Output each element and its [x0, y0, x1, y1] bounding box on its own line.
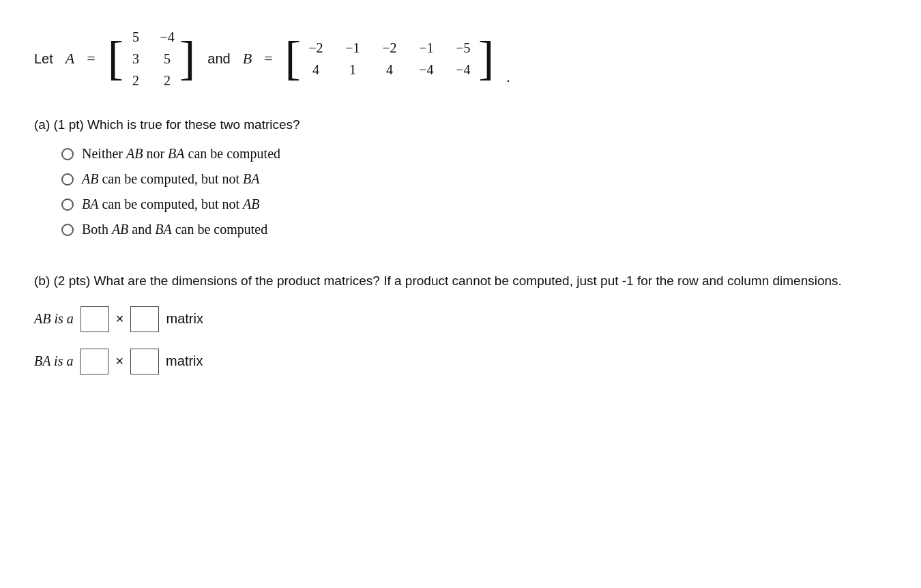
option-both[interactable]: Both AB and BA can be computed: [61, 222, 887, 237]
radio-2[interactable]: [61, 173, 74, 186]
radio-1[interactable]: [61, 148, 74, 160]
cell-b-00: −2: [304, 40, 328, 56]
let-text: Let: [34, 51, 53, 67]
radio-4[interactable]: [61, 224, 74, 236]
ba-cols-input[interactable]: [130, 349, 159, 374]
cell-b-11: 1: [340, 62, 365, 78]
part-b-label: (b) (2 pts) What are the dimensions of t…: [34, 271, 853, 291]
ba-rows-input[interactable]: [80, 349, 108, 374]
ab-dimension-row: AB is a × matrix: [34, 306, 887, 332]
part-a-label: (a) (1 pt) Which is true for these two m…: [34, 117, 887, 132]
radio-options-group: Neither AB nor BA can be computed AB can…: [61, 146, 887, 237]
cell-a-20: 2: [126, 73, 145, 89]
cell-b-10: 4: [304, 62, 328, 78]
ba-label: BA is a: [34, 353, 73, 369]
bracket-left-a: [: [108, 35, 123, 83]
option-4-text: Both AB and BA can be computed: [82, 222, 267, 237]
cell-b-01: −1: [340, 40, 365, 56]
and-text: and: [207, 51, 230, 67]
option-3-text: BA can be computed, but not AB: [82, 196, 260, 212]
radio-3[interactable]: [61, 199, 74, 211]
bracket-right-b: ]: [478, 35, 494, 83]
bracket-right-a: ]: [179, 35, 195, 83]
option-2-text: AB can be computed, but not BA: [82, 171, 260, 187]
ab-cols-input[interactable]: [130, 306, 159, 332]
cell-b-04: −5: [451, 40, 476, 56]
ba-times: ×: [115, 353, 123, 369]
b-variable: B: [243, 50, 252, 68]
cell-b-12: 4: [377, 62, 402, 78]
matrix-a: [ 5 −4 3 5 2 2 ]: [108, 27, 196, 90]
bracket-left-b: [: [285, 35, 301, 83]
cell-b-02: −2: [377, 40, 402, 56]
cell-a-01: −4: [158, 29, 177, 45]
cell-a-10: 3: [126, 51, 145, 67]
problem-header: Let A = [ 5 −4 3 5 2 2 ] and B = [ −2 −1…: [34, 27, 887, 90]
part-b-section: (b) (2 pts) What are the dimensions of t…: [34, 271, 887, 374]
ab-label: AB is a: [34, 311, 74, 327]
a-variable: A: [65, 50, 74, 68]
equals-b: =: [264, 50, 272, 68]
ab-matrix-word: matrix: [166, 311, 203, 327]
matrix-b: [ −2 −1 −2 −1 −5 4 1 4 −4 −4 ]: [285, 35, 495, 83]
ba-dimension-row: BA is a × matrix: [34, 349, 887, 374]
option-1-text: Neither AB nor BA can be computed: [82, 146, 280, 162]
cell-a-21: 2: [158, 73, 177, 89]
equals-a: =: [87, 50, 95, 68]
matrix-b-grid: −2 −1 −2 −1 −5 4 1 4 −4 −4: [304, 38, 476, 79]
cell-a-00: 5: [126, 29, 145, 45]
matrix-a-grid: 5 −4 3 5 2 2: [126, 27, 177, 90]
option-ba-not-ab[interactable]: BA can be computed, but not AB: [61, 196, 887, 212]
ab-rows-input[interactable]: [81, 306, 109, 332]
ab-times: ×: [116, 311, 124, 327]
cell-a-11: 5: [158, 51, 177, 67]
part-a-section: (a) (1 pt) Which is true for these two m…: [34, 117, 887, 237]
option-neither[interactable]: Neither AB nor BA can be computed: [61, 146, 887, 162]
period: .: [506, 68, 510, 90]
cell-b-13: −4: [414, 62, 439, 78]
cell-b-14: −4: [451, 62, 476, 78]
ba-matrix-word: matrix: [166, 353, 203, 369]
cell-b-03: −1: [414, 40, 439, 56]
option-ab-not-ba[interactable]: AB can be computed, but not BA: [61, 171, 887, 187]
